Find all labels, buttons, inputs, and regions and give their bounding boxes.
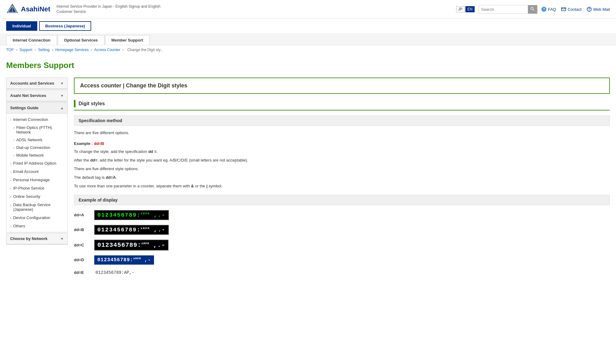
section-heading-text: Digit styles	[79, 101, 105, 106]
example-label: Example : dd=B	[74, 141, 610, 146]
lang-switch: JP EN	[456, 6, 475, 12]
sidebar-label-accounts: Accounts and Services	[10, 81, 54, 86]
search-input[interactable]	[479, 6, 528, 13]
sidebar-subitem-ftth[interactable]: › Fiber-Optics (FTTH) Network	[6, 124, 67, 136]
sidebar-subitem-label-4: Mobile Network	[16, 153, 44, 158]
digit-label-a: dd=A	[74, 213, 89, 217]
sidebar-item-security[interactable]: › Online Security	[6, 192, 67, 201]
digit-label-e: dd=E	[74, 270, 89, 275]
sidebar-item-label-5: IP-Phone Service	[13, 186, 44, 190]
breadcrumb: TOP › Support › Setting › Homepage Servi…	[0, 45, 616, 54]
chevron-up-icon: ▲	[60, 106, 64, 110]
breadcrumb-top[interactable]: TOP	[6, 48, 14, 52]
sidebar-header-asahi[interactable]: Asahi Net Services ▼	[6, 90, 67, 101]
lang-en-button[interactable]: EN	[465, 6, 475, 12]
arrow-icon-7: ›	[10, 203, 11, 207]
business-tab[interactable]: Business (Japanese)	[39, 21, 91, 31]
svg-line-4	[533, 9, 535, 11]
tagline: Internet Service Provider in Japan - Eng…	[56, 4, 160, 14]
breadcrumb-current: Change the Digit sty...	[127, 48, 163, 52]
sidebar-subitem-label-2: ADSL Network	[16, 138, 43, 142]
nav-member-support[interactable]: Member Support	[105, 35, 150, 45]
sidebar-section-settings: Settings Guide ▲ › Internet Connection ›…	[6, 102, 68, 232]
sidebar-item-internet-connection[interactable]: › Internet Connection	[6, 115, 67, 124]
digit-label-b: dd=B	[74, 227, 89, 232]
digit-label-c: dd=C	[74, 243, 89, 247]
sidebar-section-network: Choose by Network ▼	[6, 233, 68, 245]
sidebar-header-network[interactable]: Choose by Network ▼	[6, 233, 67, 244]
logo-icon	[6, 3, 18, 15]
breadcrumb-homepage-services[interactable]: Homepage Services	[55, 48, 89, 52]
sidebar-header-accounts[interactable]: Accounts and Services ▼	[6, 78, 67, 89]
article-title: Access counter | Change the Digit styles	[74, 78, 610, 94]
lang-jp-button[interactable]: JP	[456, 6, 465, 12]
section-heading: Digit styles	[74, 100, 610, 110]
page-title: Members Support	[6, 61, 610, 70]
body-line-1: After the dd=, add the letter for the st…	[74, 157, 610, 164]
sidebar-item-homepage[interactable]: › Personal Homepage	[6, 176, 67, 184]
breadcrumb-access-counter[interactable]: Access Counter	[94, 48, 120, 52]
arrow-icon-8: ›	[10, 216, 11, 220]
sidebar-item-label: Internet Connection	[13, 117, 48, 122]
sidebar-subitem-dialup[interactable]: › Dial-up Connection	[6, 144, 67, 151]
sub-arrow-icon: ›	[13, 126, 14, 130]
sidebar-subitem-mobile[interactable]: › Mobile Network	[6, 151, 67, 159]
breadcrumb-setting[interactable]: Setting	[38, 48, 50, 52]
logo-text: AsahiNet	[21, 5, 50, 13]
chevron-down-icon-2: ▼	[60, 94, 64, 98]
digit-display-e: dd=E 0123456789:AP,-	[74, 270, 610, 276]
sidebar-item-device[interactable]: › Device Configuration	[6, 214, 67, 222]
sidebar-subitem-adsl[interactable]: › ADSL Network	[6, 136, 67, 144]
arrow-icon-2: ›	[10, 162, 11, 165]
search-icon	[530, 7, 535, 11]
sub-arrow-icon-2: ›	[13, 138, 14, 142]
counter-display-e: 0123456789:AP,-	[94, 270, 136, 276]
sidebar-label-network: Choose by Network	[10, 236, 47, 241]
nav-optional-services[interactable]: Optional Services	[58, 35, 104, 45]
body-line-4: To use more than one parameter in a coun…	[74, 183, 610, 190]
digit-display-b: dd=B 0123456789:AMPM ,.-	[74, 225, 610, 235]
nav-tabs-top: Internet Connection Optional Services Me…	[0, 33, 616, 45]
webmail-link[interactable]: Web Mail	[586, 6, 610, 12]
sidebar-item-backup[interactable]: › Data Backup Service (Japanese)	[6, 201, 67, 214]
sidebar-item-others[interactable]: › Others	[6, 222, 67, 230]
faq-link[interactable]: ? FAQ	[541, 6, 556, 12]
article-intro: There are five different options.	[74, 130, 610, 136]
breadcrumb-support[interactable]: Support	[19, 48, 32, 52]
sidebar-item-email[interactable]: › Email Account	[6, 167, 67, 176]
sidebar-header-settings[interactable]: Settings Guide ▲	[6, 102, 67, 114]
counter-display-c: 0123456789:AMPM ,.-	[94, 240, 168, 250]
article: Access counter | Change the Digit styles…	[74, 78, 610, 281]
sidebar-subitem-label-3: Dial-up Connection	[16, 145, 51, 150]
contact-link[interactable]: Contact	[561, 6, 582, 12]
sidebar-item-ipphone[interactable]: › IP-Phone Service	[6, 184, 67, 192]
counter-display-b: 0123456789:AMPM ,.-	[94, 225, 169, 235]
display-section-heading: Example of display	[74, 195, 610, 205]
individual-tab[interactable]: Individual	[6, 21, 37, 31]
sub-arrow-icon-3: ›	[13, 146, 14, 150]
arrow-icon-9: ›	[10, 224, 11, 228]
arrow-icon-3: ›	[10, 170, 11, 174]
search-button[interactable]	[528, 5, 537, 14]
sidebar-label-settings: Settings Guide	[10, 106, 38, 110]
logo-area: AsahiNet	[6, 3, 50, 15]
sidebar-label-asahi: Asahi Net Services	[10, 93, 46, 98]
sidebar-section-asahi: Asahi Net Services ▼	[6, 90, 68, 102]
sidebar-item-label-2: Fixed IP Address Option	[13, 161, 56, 166]
sidebar-section-accounts: Accounts and Services ▼	[6, 78, 68, 89]
sub-arrow-icon-4: ›	[13, 154, 14, 157]
sidebar-subitem-label: Fiber-Optics (FTTH) Network	[16, 125, 64, 134]
body-line-0: To change the style, add the specificati…	[74, 148, 610, 155]
digit-display-c: dd=C 0123456789:AMPM ,.-	[74, 240, 610, 250]
header: AsahiNet Internet Service Provider in Ja…	[0, 0, 616, 19]
sidebar-item-label-9: Others	[13, 224, 25, 228]
sidebar-item-fixed-ip[interactable]: › Fixed IP Address Option	[6, 159, 67, 167]
chevron-down-icon: ▼	[60, 82, 64, 85]
main: Members Support Accounts and Services ▼ …	[0, 54, 616, 287]
nav-internet-connection[interactable]: Internet Connection	[6, 35, 57, 45]
tab-buttons: Individual Business (Japanese)	[0, 19, 616, 33]
sub-section-heading-spec: Specification method	[74, 115, 610, 126]
arrow-icon: ›	[10, 118, 11, 122]
sidebar: Accounts and Services ▼ Asahi Net Servic…	[6, 78, 68, 281]
example-code: dd=B	[94, 141, 104, 146]
